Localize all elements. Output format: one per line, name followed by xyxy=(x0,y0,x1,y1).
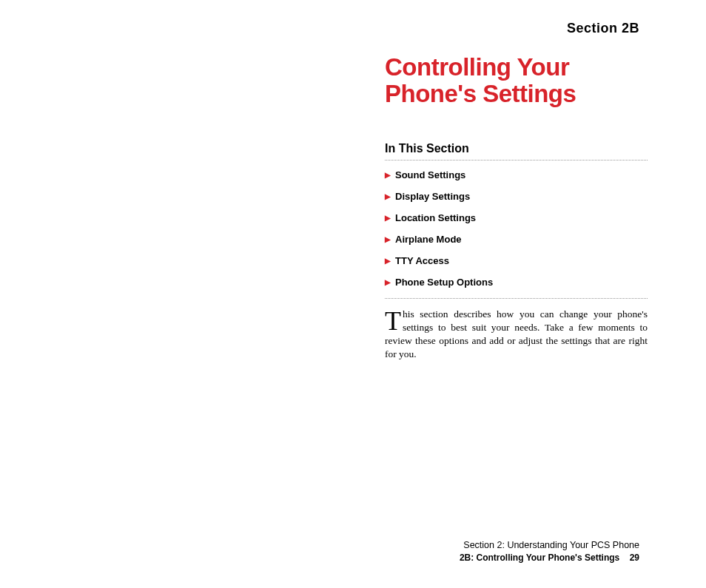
triangle-icon: ▶ xyxy=(385,214,391,222)
triangle-icon: ▶ xyxy=(385,278,391,286)
list-item: ▶ Location Settings xyxy=(385,212,648,223)
triangle-icon: ▶ xyxy=(385,171,391,179)
triangle-icon: ▶ xyxy=(385,192,391,200)
body-text-content: his section describes how you can change… xyxy=(385,308,648,360)
list-item-label: Airplane Mode xyxy=(395,234,462,245)
footer-subsection-label: 2B: Controlling Your Phone's Settings xyxy=(460,552,619,563)
list-item-label: TTY Access xyxy=(395,255,449,266)
page-footer: Section 2: Understanding Your PCS Phone … xyxy=(460,540,639,563)
dotted-divider xyxy=(385,160,648,160)
list-item-label: Phone Setup Options xyxy=(395,277,493,288)
list-item: ▶ TTY Access xyxy=(385,255,648,266)
triangle-icon: ▶ xyxy=(385,257,391,265)
list-item: ▶ Phone Setup Options xyxy=(385,277,648,288)
body-paragraph: This section describes how you can chang… xyxy=(385,308,648,362)
page-title: Controlling Your Phone's Settings xyxy=(385,54,648,108)
section-label: Section 2B xyxy=(0,21,639,36)
list-item: ▶ Airplane Mode xyxy=(385,234,648,245)
page-container: Section 2B Controlling Your Phone's Sett… xyxy=(0,0,706,588)
triangle-icon: ▶ xyxy=(385,235,391,243)
dotted-divider xyxy=(385,298,648,299)
footer-subsection: 2B: Controlling Your Phone's Settings 29 xyxy=(460,552,639,563)
list-item-label: Location Settings xyxy=(395,212,476,223)
dropcap-letter: T xyxy=(385,308,403,333)
section-list: ▶ Sound Settings ▶ Display Settings ▶ Lo… xyxy=(385,169,648,288)
content-area: Controlling Your Phone's Settings In Thi… xyxy=(385,54,648,361)
list-item: ▶ Display Settings xyxy=(385,191,648,202)
list-item: ▶ Sound Settings xyxy=(385,169,648,180)
footer-section-path: Section 2: Understanding Your PCS Phone xyxy=(460,540,639,550)
subsection-heading: In This Section xyxy=(385,142,648,155)
page-number: 29 xyxy=(630,552,639,563)
list-item-label: Display Settings xyxy=(395,191,470,202)
list-item-label: Sound Settings xyxy=(395,169,465,180)
